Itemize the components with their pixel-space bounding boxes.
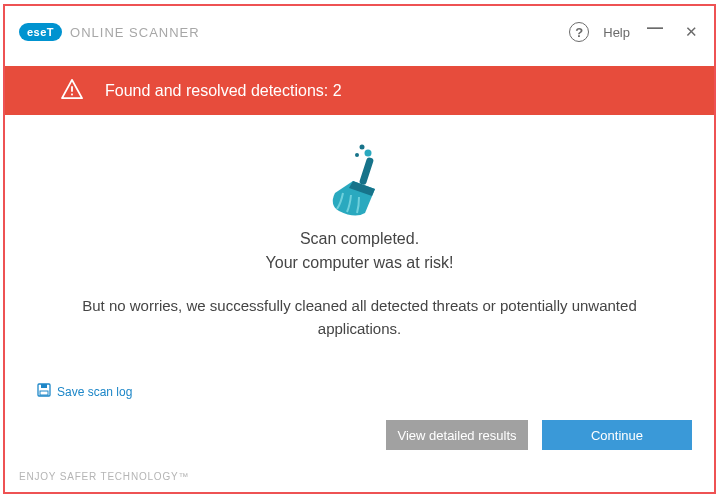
svg-rect-1	[71, 93, 73, 95]
result-title-line2: Your computer was at risk!	[266, 251, 454, 275]
brand-logo: eseT	[19, 23, 62, 41]
view-detailed-results-button[interactable]: View detailed results	[386, 420, 528, 450]
result-title: Scan completed. Your computer was at ris…	[266, 227, 454, 275]
svg-rect-0	[71, 86, 73, 91]
continue-button[interactable]: Continue	[542, 420, 692, 450]
svg-point-4	[355, 153, 359, 157]
result-body: But no worries, we successfully cleaned …	[5, 295, 714, 340]
svg-point-2	[360, 145, 365, 150]
minimize-button[interactable]: —	[644, 19, 666, 37]
svg-rect-8	[40, 391, 48, 395]
save-scan-log-link[interactable]: Save scan log	[37, 383, 132, 400]
footer-tagline: ENJOY SAFER TECHNOLOGY™	[19, 471, 189, 482]
warning-icon	[61, 79, 83, 103]
titlebar: eseT ONLINE SCANNER ? Help — ✕	[5, 6, 714, 58]
alert-message: Found and resolved detections: 2	[105, 82, 342, 100]
save-icon	[37, 383, 51, 400]
close-button[interactable]: ✕	[680, 23, 702, 41]
save-scan-log-label: Save scan log	[57, 385, 132, 399]
help-link[interactable]: Help	[603, 25, 630, 40]
alert-banner: Found and resolved detections: 2	[5, 66, 714, 115]
broom-icon	[317, 141, 402, 221]
button-row: View detailed results Continue	[386, 420, 692, 450]
svg-rect-7	[41, 384, 47, 388]
svg-point-3	[365, 150, 372, 157]
help-icon[interactable]: ?	[569, 22, 589, 42]
result-title-line1: Scan completed.	[266, 227, 454, 251]
brand-text: ONLINE SCANNER	[70, 25, 200, 40]
titlebar-right: ? Help — ✕	[569, 22, 702, 42]
app-window: eseT ONLINE SCANNER ? Help — ✕ Found and…	[3, 4, 716, 494]
svg-rect-5	[359, 157, 374, 186]
